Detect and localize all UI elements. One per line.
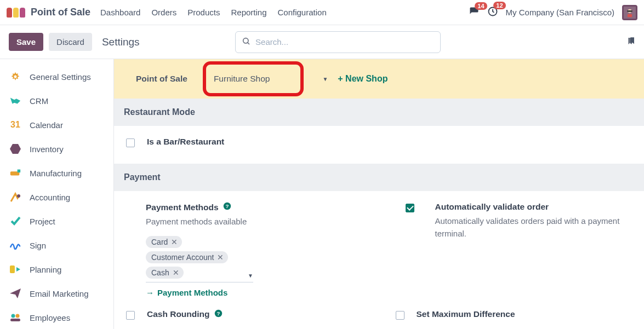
is-bar-label: Is a Bar/Restaurant xyxy=(147,137,224,147)
sidebar-item-manufacturing[interactable]: Manufacturing xyxy=(0,161,113,185)
sidebar-item-label: Accounting xyxy=(30,193,70,202)
cash-rounding-title: Cash Rounding xyxy=(147,309,210,319)
handshake-icon xyxy=(9,94,22,107)
bookmark-icon[interactable] xyxy=(626,36,635,49)
sidebar-item-label: Inventory xyxy=(30,145,64,154)
tag-cash[interactable]: Cash✕ xyxy=(146,267,184,279)
shop-tabbar: Point of Sale Furniture Shop ▼ + New Sho… xyxy=(114,59,644,99)
help-icon[interactable]: ? xyxy=(223,202,231,212)
tab-label: Furniture Shop xyxy=(214,74,270,84)
tag-customer-account[interactable]: Customer Account✕ xyxy=(146,251,228,263)
people-icon xyxy=(9,311,22,324)
search-icon xyxy=(242,37,250,48)
is-bar-checkbox[interactable] xyxy=(126,138,135,147)
app-logo[interactable] xyxy=(7,8,25,18)
payment-methods-title: Payment Methods xyxy=(146,203,219,212)
close-icon[interactable]: ✕ xyxy=(217,253,224,262)
setting-is-bar-restaurant: Is a Bar/Restaurant xyxy=(114,126,644,164)
svg-point-9 xyxy=(17,194,20,198)
chevron-down-icon[interactable]: ▼ xyxy=(322,76,328,82)
sidebar-item-crm[interactable]: CRM xyxy=(0,89,113,113)
breadcrumb-title: Settings xyxy=(102,36,140,48)
svg-rect-3 xyxy=(627,10,632,11)
toolbar: Save Discard Settings xyxy=(0,25,644,59)
main-nav: Dashboard Orders Products Reporting Conf… xyxy=(100,8,327,17)
sidebar-item-label: Calendar xyxy=(30,120,63,130)
nav-dashboard[interactable]: Dashboard xyxy=(100,8,140,17)
sidebar-item-email-marketing[interactable]: Email Marketing xyxy=(0,281,113,305)
sidebar-item-label: Project xyxy=(30,217,55,226)
max-difference-title: Set Maximum Difference xyxy=(417,309,515,319)
sidebar-item-label: Manufacturing xyxy=(30,169,82,178)
tab-furniture-shop[interactable]: Furniture Shop xyxy=(205,64,302,94)
help-icon[interactable]: ? xyxy=(214,309,223,320)
wrench-icon xyxy=(9,166,22,180)
svg-point-11 xyxy=(12,314,15,318)
arrow-right-icon: → xyxy=(146,288,154,297)
settings-main: Point of Sale Furniture Shop ▼ + New Sho… xyxy=(114,59,644,329)
chart-icon xyxy=(9,191,22,204)
settings-sidebar: General Settings CRM 31 Calendar Invento… xyxy=(0,59,114,329)
svg-rect-4 xyxy=(628,14,632,17)
cash-rounding-checkbox[interactable] xyxy=(126,311,135,320)
signature-icon xyxy=(9,239,22,252)
close-icon[interactable]: ✕ xyxy=(171,238,178,246)
messages-badge: 14 xyxy=(475,2,487,10)
svg-point-5 xyxy=(243,38,248,43)
tag-card[interactable]: Card✕ xyxy=(146,236,182,248)
sidebar-item-label: Sign xyxy=(30,241,46,250)
sidebar-item-label: CRM xyxy=(30,96,48,106)
sidebar-item-label: Planning xyxy=(30,265,61,274)
close-icon[interactable]: ✕ xyxy=(173,268,179,277)
svg-rect-13 xyxy=(10,319,20,321)
activities-badge: 12 xyxy=(493,2,505,9)
sidebar-item-sign[interactable]: Sign xyxy=(0,233,113,257)
sidebar-item-calendar[interactable]: 31 Calendar xyxy=(0,113,113,137)
search-input[interactable] xyxy=(235,31,441,53)
auto-validate-checkbox[interactable] xyxy=(406,204,414,212)
tab-point-of-sale[interactable]: Point of Sale xyxy=(123,59,201,99)
sidebar-item-label: Email Marketing xyxy=(30,289,89,298)
svg-text:?: ? xyxy=(225,203,229,209)
sidebar-item-planning[interactable]: Planning xyxy=(0,257,113,281)
nav-reporting[interactable]: Reporting xyxy=(231,8,266,17)
planning-icon xyxy=(9,263,22,276)
svg-text:?: ? xyxy=(216,310,220,316)
sidebar-item-employees[interactable]: Employees xyxy=(0,305,113,329)
sidebar-item-label: General Settings xyxy=(30,72,91,82)
dropdown-caret-icon[interactable]: ▼ xyxy=(248,273,253,279)
company-selector[interactable]: My Company (San Francisco) xyxy=(506,8,614,17)
app-title[interactable]: Point of Sale xyxy=(31,7,90,18)
max-difference-checkbox[interactable] xyxy=(396,311,404,320)
svg-point-12 xyxy=(16,314,20,318)
payment-methods-sub: Payment methods available xyxy=(146,216,373,228)
gear-icon xyxy=(9,70,22,83)
setting-payment-methods: Payment Methods ? Payment methods availa… xyxy=(146,202,373,297)
setting-max-difference: Set Maximum Difference xyxy=(396,309,632,320)
sidebar-item-accounting[interactable]: Accounting xyxy=(0,185,113,209)
nav-configuration[interactable]: Configuration xyxy=(278,8,327,17)
setting-cash-rounding: Cash Rounding ? xyxy=(126,309,363,320)
box-icon xyxy=(9,142,22,155)
nav-products[interactable]: Products xyxy=(187,8,220,17)
user-avatar[interactable] xyxy=(622,5,637,20)
messages-icon[interactable]: 14 xyxy=(469,7,480,19)
payment-methods-link[interactable]: → Payment Methods xyxy=(146,288,373,297)
sidebar-item-project[interactable]: Project xyxy=(0,209,113,233)
svg-point-6 xyxy=(14,76,17,78)
activities-icon[interactable]: 12 xyxy=(487,6,498,19)
discard-button[interactable]: Discard xyxy=(49,33,92,51)
nav-orders[interactable]: Orders xyxy=(151,8,176,17)
sidebar-item-inventory[interactable]: Inventory xyxy=(0,137,113,161)
setting-auto-validate: Automatically validate order Automatical… xyxy=(406,202,632,297)
payment-methods-tags[interactable]: Card✕ Customer Account✕ Cash✕ ▼ xyxy=(146,236,253,282)
new-shop-link[interactable]: + New Shop xyxy=(338,74,387,84)
sidebar-item-general-settings[interactable]: General Settings xyxy=(0,65,113,89)
paper-plane-icon xyxy=(9,287,22,300)
check-icon xyxy=(9,215,22,228)
calendar-icon: 31 xyxy=(9,118,22,131)
svg-rect-10 xyxy=(10,265,15,273)
auto-validate-sub: Automatically validates orders paid with… xyxy=(435,215,632,240)
section-payment: Payment xyxy=(114,164,644,191)
save-button[interactable]: Save xyxy=(9,33,43,51)
